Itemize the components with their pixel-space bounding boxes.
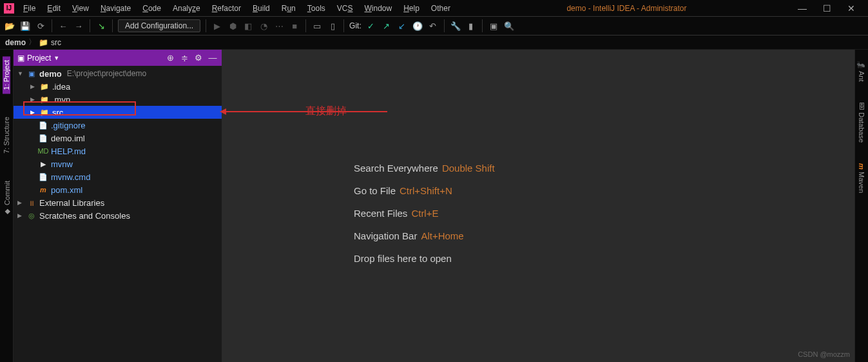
- menu-vcs[interactable]: VCS: [332, 2, 358, 15]
- dropdown-icon[interactable]: ▼: [53, 55, 59, 61]
- profile-icon[interactable]: ◔: [258, 20, 269, 32]
- update-icon[interactable]: ↙: [396, 20, 408, 32]
- layout-icon[interactable]: ▣: [488, 20, 499, 32]
- expand-arrow-icon[interactable]: ▶: [17, 212, 24, 219]
- project-tree[interactable]: ▼ ▣ demo E:\project\project\demo ▶ 📁 .id…: [14, 66, 222, 362]
- menu-other[interactable]: Other: [426, 2, 456, 15]
- expand-arrow-icon[interactable]: ▶: [30, 83, 37, 90]
- add-configuration-button[interactable]: Add Configuration...: [118, 19, 200, 32]
- open-icon[interactable]: 📂: [4, 20, 15, 32]
- file-icon: 📄: [38, 133, 48, 143]
- commit-tool-tab[interactable]: ◆Commit: [3, 177, 11, 220]
- tree-root[interactable]: ▼ ▣ demo E:\project\project\demo: [14, 67, 222, 80]
- hammer-icon[interactable]: ↘: [95, 20, 107, 32]
- expand-icon[interactable]: ≑: [179, 53, 189, 63]
- tree-gitignore[interactable]: 📄 .gitignore: [14, 119, 222, 132]
- project-view-icon: ▣: [17, 54, 24, 63]
- structure-tool-tab[interactable]: 7: Structure: [3, 113, 10, 157]
- menu-analyze[interactable]: Analyze: [168, 2, 206, 15]
- panel-title[interactable]: Project: [27, 54, 51, 63]
- file-icon: 📄: [38, 120, 48, 130]
- ant-tool-tab[interactable]: 🐜Ant: [858, 56, 866, 86]
- main-toolbar: 📂 💾 ⟳ ← → ↘ Add Configuration... ▶ ⬢ ◧ ◔…: [0, 16, 868, 35]
- breadcrumb: demo 〉 📁 src: [0, 35, 868, 50]
- menu-build[interactable]: Build: [247, 2, 275, 15]
- project-panel: ▣ Project ▼ ⊕ ≑ ⚙ — ▼ ▣ demo E:\project\…: [14, 50, 222, 362]
- menu-file[interactable]: File: [18, 2, 41, 15]
- tree-scratches[interactable]: ▶ ◎ Scratches and Consoles: [14, 209, 222, 222]
- run-icon[interactable]: ▶: [211, 20, 223, 32]
- folder-icon: 📁: [39, 94, 50, 105]
- tree-mvnw[interactable]: ▶ mvnw: [14, 157, 222, 170]
- menu-code[interactable]: Code: [137, 2, 166, 15]
- main-area: 1: Project 7: Structure ◆Commit ▣ Projec…: [0, 50, 868, 362]
- sync-icon[interactable]: ⟳: [35, 20, 46, 32]
- hint-recent-label: Recent Files: [354, 208, 407, 219]
- tree-mvnw-cmd[interactable]: 📄 mvnw.cmd: [14, 170, 222, 183]
- wrench-icon[interactable]: 🔧: [450, 20, 461, 32]
- menu-refactor[interactable]: Refactor: [207, 2, 246, 15]
- back-icon[interactable]: ←: [57, 20, 69, 32]
- hint-drop-label: Drop files here to open: [354, 253, 452, 264]
- empty-state-hints: Search EverywhereDouble Shift Go to File…: [354, 163, 495, 276]
- breadcrumb-separator-icon: 〉: [28, 37, 36, 48]
- locate-icon[interactable]: ⊕: [165, 53, 175, 63]
- menu-run[interactable]: Run: [276, 2, 301, 15]
- tree-demo-iml[interactable]: 📄 demo.iml: [14, 132, 222, 145]
- gear-icon[interactable]: ⚙: [193, 53, 204, 63]
- rollback-icon[interactable]: ↶: [427, 20, 439, 32]
- history-icon[interactable]: 🕐: [412, 20, 423, 32]
- tree-ext-lib[interactable]: ▶ ⫼ External Libraries: [14, 196, 222, 209]
- library-icon: ⫼: [26, 197, 37, 208]
- menu-edit[interactable]: Edit: [42, 2, 66, 15]
- tree-mvn[interactable]: ▶ 📁 .mvn: [14, 93, 222, 106]
- coverage-icon[interactable]: ◧: [242, 20, 254, 32]
- file-icon: 📄: [38, 172, 48, 182]
- markdown-icon: MD: [38, 146, 48, 156]
- hint-goto-shortcut: Ctrl+Shift+N: [400, 185, 452, 196]
- expand-arrow-icon[interactable]: ▶: [17, 199, 24, 206]
- minimize-icon[interactable]: —: [798, 3, 807, 14]
- database-tool-tab[interactable]: 🗄Database: [858, 99, 865, 146]
- commit-icon[interactable]: ✓: [365, 20, 377, 32]
- attach-icon[interactable]: ⋯: [273, 20, 285, 32]
- emulator-icon[interactable]: ▭: [311, 20, 323, 32]
- tree-src[interactable]: ▶ 📁 src: [14, 106, 222, 119]
- expand-arrow-icon[interactable]: ▼: [17, 70, 24, 77]
- project-tool-tab[interactable]: 1: Project: [3, 56, 10, 94]
- push-icon[interactable]: ↗: [381, 20, 392, 32]
- menu-tools[interactable]: Tools: [302, 2, 331, 15]
- search-icon[interactable]: 🔍: [503, 20, 515, 32]
- breadcrumb-root[interactable]: demo: [5, 38, 26, 47]
- breadcrumb-src[interactable]: src: [51, 38, 61, 47]
- debug-icon[interactable]: ⬢: [227, 20, 238, 32]
- sdk-icon[interactable]: ▮: [465, 20, 477, 32]
- hint-recent-shortcut: Ctrl+E: [411, 208, 438, 219]
- folder-icon: 📁: [39, 81, 50, 92]
- expand-arrow-icon[interactable]: ▶: [30, 96, 37, 103]
- menu-window[interactable]: Window: [359, 2, 397, 15]
- avd-icon[interactable]: ▯: [327, 20, 338, 32]
- maximize-icon[interactable]: ☐: [823, 3, 831, 14]
- menu-help[interactable]: Help: [398, 2, 425, 15]
- tree-pom[interactable]: m pom.xml: [14, 183, 222, 196]
- tree-idea[interactable]: ▶ 📁 .idea: [14, 80, 222, 93]
- stop-icon[interactable]: ■: [289, 20, 300, 32]
- hide-icon[interactable]: —: [207, 53, 218, 63]
- menu-view[interactable]: View: [67, 2, 94, 15]
- watermark: CSDN @mozzm: [798, 350, 850, 358]
- editor-empty-state: 直接删掉 Search EverywhereDouble Shift Go to…: [222, 50, 868, 362]
- folder-icon: 📁: [39, 107, 50, 117]
- hint-goto-label: Go to File: [354, 185, 396, 196]
- maven-tool-tab[interactable]: mMaven: [858, 159, 865, 197]
- title-bar: IJ File Edit View Navigate Code Analyze …: [0, 0, 868, 16]
- main-menu: File Edit View Navigate Code Analyze Ref…: [18, 2, 456, 15]
- left-tool-window-bar: 1: Project 7: Structure ◆Commit: [0, 50, 14, 362]
- tree-help-md[interactable]: MD HELP.md: [14, 145, 222, 157]
- expand-arrow-icon[interactable]: ▶: [30, 109, 37, 116]
- scratches-icon: ◎: [26, 210, 37, 221]
- save-icon[interactable]: 💾: [19, 20, 31, 32]
- forward-icon[interactable]: →: [73, 20, 84, 32]
- menu-navigate[interactable]: Navigate: [95, 2, 136, 15]
- close-icon[interactable]: ✕: [847, 3, 855, 14]
